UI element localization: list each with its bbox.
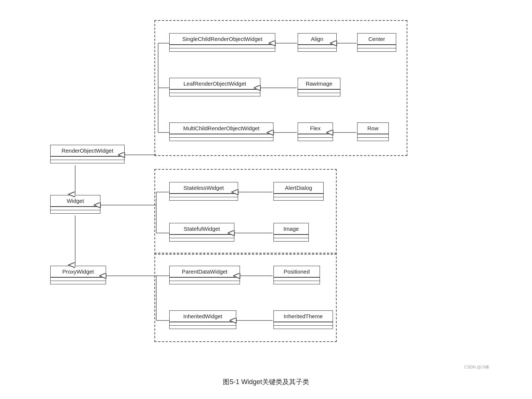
diagram-container: RenderObjectWidget Widget ProxyWidget Si… — [43, 13, 489, 370]
box-LeafRenderObjectWidget: LeafRenderObjectWidget — [169, 78, 260, 96]
box-InheritedWidget: InheritedWidget — [169, 310, 236, 329]
box-ParentDataWidget: ParentDataWidget — [169, 266, 240, 284]
watermark: CSDN @川峰 — [464, 364, 489, 370]
box-Widget: Widget — [50, 195, 100, 214]
box-RawImage: RawImage — [298, 78, 340, 96]
box-Image: Image — [273, 223, 309, 242]
box-RenderObjectWidget: RenderObjectWidget — [50, 145, 125, 163]
box-SingleChildRenderObjectWidget: SingleChildRenderObjectWidget — [169, 33, 275, 52]
caption: 图5-1 Widget关键类及其子类 — [223, 377, 309, 386]
box-StatefulWidget: StatefulWidget — [169, 223, 234, 242]
box-AlertDialog: AlertDialog — [273, 182, 324, 201]
box-Flex: Flex — [298, 122, 333, 141]
box-ProxyWidget: ProxyWidget — [50, 266, 106, 284]
box-Align: Align — [298, 33, 337, 52]
box-InheritedTheme: InheritedTheme — [273, 310, 333, 329]
svg-line-7 — [125, 88, 158, 155]
box-Row: Row — [357, 122, 389, 141]
box-StatelessWidget: StatelessWidget — [169, 182, 238, 201]
box-MultiChildRenderObjectWidget: MultiChildRenderObjectWidget — [169, 122, 273, 141]
box-Positioned: Positioned — [273, 266, 320, 284]
box-Center: Center — [357, 33, 396, 52]
